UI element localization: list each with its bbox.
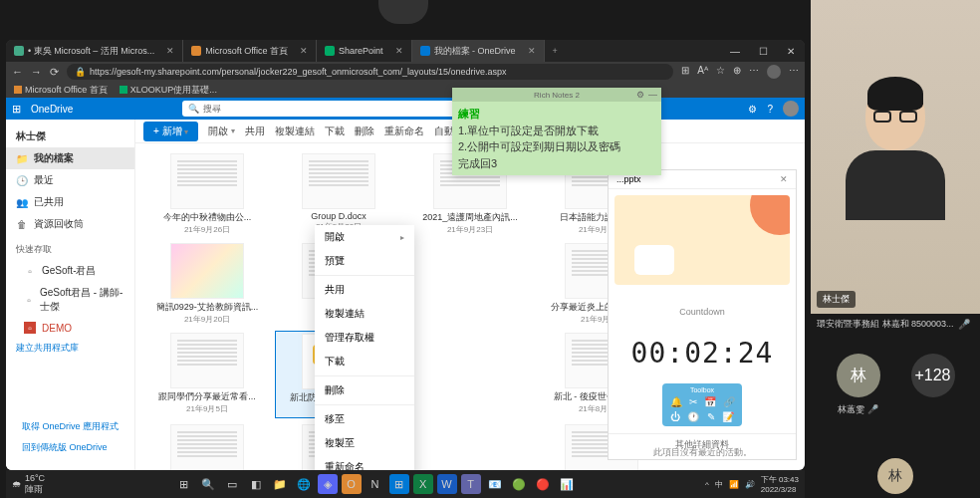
sidebar-quick-item[interactable]: ▫DEMO [6,318,134,338]
context-menu-item[interactable]: 移至 [315,407,414,431]
clip-icon[interactable]: ✂ [689,396,697,407]
share-button[interactable]: 共用 [245,124,265,138]
app-icon[interactable]: ⊞ [389,474,409,494]
app-icon[interactable]: X [413,474,433,494]
copylink-button[interactable]: 複製連結 [275,124,315,138]
clock-icon[interactable]: 🕐 [687,411,699,422]
link-icon[interactable]: 🔗 [723,396,735,407]
file-item[interactable] [406,422,534,470]
file-item[interactable]: 台....docx21年8月24日 [143,422,271,470]
sidebar-quick-item[interactable]: ▫GeSoft-君昌 [6,260,134,282]
get-app-link[interactable]: 取得 OneDrive 應用程式 [12,416,128,437]
volume-icon[interactable]: 🔊 [745,480,755,489]
new-tab-button[interactable]: + [545,46,566,56]
tab-1[interactable]: Microsoft Office 首頁✕ [183,40,317,62]
tray-chevron[interactable]: ^ [705,480,709,489]
video-bottom-avatar[interactable]: 林 [877,458,913,494]
minimize-icon[interactable]: — [648,90,657,100]
taskview-button[interactable]: ▭ [222,474,242,494]
close-icon[interactable]: ✕ [300,46,308,56]
close-icon[interactable]: ✕ [528,46,536,56]
open-button[interactable]: 開啟 ▾ [208,124,235,138]
file-item[interactable]: 今年的中秋禮物由公...21年9月26日 [143,151,271,237]
tab-3[interactable]: 我的檔案 - OneDrive✕ [412,40,545,62]
video-tile[interactable]: 林 林蕙雯 🎤 [837,354,880,416]
explorer-button[interactable]: 📁 [270,474,290,494]
power-icon[interactable]: ⏻ [670,411,680,422]
sidebar-item-recent[interactable]: 🕒最近 [6,169,134,191]
create-library-link[interactable]: 建立共用程式庫 [6,338,134,359]
app-icon[interactable]: O [342,474,362,494]
new-button[interactable]: + 新增 ▾ [143,122,198,141]
clock[interactable]: 下午 03:432022/3/28 [761,474,799,494]
favorite-item[interactable]: Microsoft Office 首頁 [14,84,108,97]
user-avatar[interactable] [783,101,799,117]
video-tile-more[interactable]: +128 [911,354,955,416]
url-field[interactable]: 🔒https://gesoft-my.sharepoint.com/person… [67,64,673,80]
favorite-item[interactable]: XLOOKUP使用基礎... [120,84,217,97]
widgets-button[interactable]: ◧ [246,474,266,494]
search-button[interactable]: 🔍 [198,474,218,494]
menu-icon[interactable]: ⋯ [789,65,799,79]
collections-icon[interactable]: ⊕ [733,65,741,79]
text-size-icon[interactable]: Aᴬ [697,65,708,79]
sticky-header[interactable]: Rich Notes 2 ⚙— [452,88,661,102]
ime-indicator[interactable]: 中 [715,479,723,490]
file-item[interactable]: 簡訊0929-艾拾教師資訊...21年9月20日 [143,241,271,327]
app-icon[interactable]: W [437,474,457,494]
context-menu-item[interactable]: 刪除 [315,378,414,402]
refresh-button[interactable]: ⟳ [50,66,59,79]
context-menu-item[interactable]: 管理存取權 [315,326,414,350]
settings-icon[interactable]: ⚙ [748,104,757,115]
rename-button[interactable]: 重新命名 [384,124,424,138]
profile-avatar[interactable] [767,65,781,79]
app-launcher-icon[interactable]: ⊞ [12,103,21,116]
sidebar-item-shared[interactable]: 👥已共用 [6,191,134,213]
close-details-button[interactable]: ✕ [780,174,788,184]
help-icon[interactable]: ? [767,104,773,115]
tab-0[interactable]: • 東吳 Microsoft – 活用 Micros...✕ [6,40,183,62]
bell-icon[interactable]: 🔔 [670,396,682,407]
minimize-button[interactable]: — [721,40,749,62]
sidebar-quick-item[interactable]: ▫GeSoft君昌 - 講師-士傑 [6,282,134,318]
video-main[interactable]: 林士傑 [811,0,980,314]
context-menu-item[interactable]: 共用 [315,278,414,302]
network-icon[interactable]: 📶 [729,480,739,489]
context-menu-item[interactable]: 複製至 [315,431,414,455]
app-icon[interactable]: 📧 [485,474,505,494]
app-icon[interactable]: N [366,474,385,494]
file-item[interactable] [406,331,534,418]
context-menu-item[interactable]: 複製連結 [315,302,414,326]
maximize-button[interactable]: ☐ [749,40,777,62]
favorite-icon[interactable]: ☆ [716,65,725,79]
calendar-icon[interactable]: 📅 [704,396,716,407]
chrome-button[interactable]: 🔴 [533,474,553,494]
sticky-note[interactable]: Rich Notes 2 ⚙— 練習 1.單位中可設定是否開放下載 2.公開中可… [452,88,661,175]
sidebar-item-myfiles[interactable]: 📁我的檔案 [6,147,134,169]
context-menu-item[interactable]: 重新命名 [315,455,414,470]
note-icon[interactable]: 📝 [722,411,734,422]
forward-button[interactable]: → [31,66,42,78]
context-menu-item[interactable]: 下載 [315,350,414,374]
start-button[interactable]: ⊞ [174,474,194,494]
teams-button[interactable]: T [461,474,481,494]
app-icon[interactable]: 🟢 [509,474,529,494]
close-icon[interactable]: ✕ [166,46,174,56]
delete-button[interactable]: 刪除 [355,124,374,138]
file-item[interactable] [406,241,534,327]
sidebar-item-recycle[interactable]: 🗑資源回收筒 [6,213,134,235]
app-icon[interactable]: 📊 [557,474,577,494]
download-button[interactable]: 下載 [325,124,345,138]
edge-button[interactable]: 🌐 [294,474,314,494]
gear-icon[interactable]: ⚙ [636,90,644,100]
classic-link[interactable]: 回到傳統版 OneDrive [12,437,128,458]
close-icon[interactable]: ✕ [395,46,403,56]
weather-widget[interactable]: 🌧 16°C陣雨 [12,473,45,496]
close-button[interactable]: ✕ [777,40,805,62]
context-menu-item[interactable]: 開啟▸ [315,225,414,249]
detail-footer[interactable]: 其他詳細資料 [609,433,796,455]
context-menu-item[interactable]: 預覽 [315,249,414,273]
reader-icon[interactable]: ⊞ [681,65,689,79]
extensions-icon[interactable]: ⋯ [749,65,759,79]
video-participant-row[interactable]: 環安衛暨事務組 林嘉和 8500003... 🎤 [811,314,980,334]
